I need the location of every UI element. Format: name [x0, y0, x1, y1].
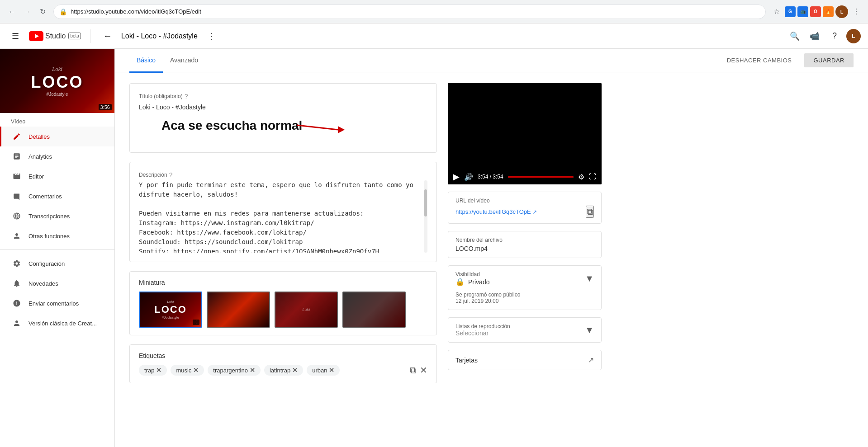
tag-trapargentino-remove[interactable]: ✕ [250, 367, 255, 374]
editor-icon [12, 172, 21, 180]
enviar-comentarios-label: Enviar comentarios [28, 300, 79, 307]
left-column: Título (obligatorio) ? Aca se escucha no… [129, 83, 437, 383]
thumbnail-4[interactable] [342, 292, 406, 328]
tag-latintrap: latintrap ✕ [264, 365, 303, 376]
tabs-container: Básico Avanzado [129, 49, 205, 72]
tags-header: Etiquetas [139, 352, 427, 359]
video-controls: ▶ 🔊 3:54 / 3:54 ⚙ ⛶ [448, 169, 602, 184]
youtube-icon [29, 31, 43, 41]
vis-note: Se programó como público12 jul. 2019 20:… [448, 292, 601, 310]
tags-copy-button[interactable]: ⧉ [410, 365, 416, 376]
sidebar-item-configuracion[interactable]: Configuración [0, 254, 114, 273]
sidebar-item-detalles[interactable]: Detalles [0, 127, 114, 146]
tag-urban-remove[interactable]: ✕ [329, 367, 334, 374]
tags-clear-button[interactable]: ✕ [420, 365, 427, 376]
visibility-section: Visibilidad 🔒 Privado ▼ Se programó como… [448, 265, 602, 310]
sidebar: Lokí LOCO #Jodastyle 3:56 Vídeo Detalles [0, 49, 115, 447]
svg-line-2 [297, 125, 338, 130]
studio-label: Studio [45, 32, 66, 40]
help-button[interactable]: ? [826, 28, 843, 44]
annotation-arrow [293, 116, 347, 141]
vis-lock-icon: 🔒 [455, 278, 465, 286]
tags-section: Etiquetas trap ✕ music ✕ [129, 344, 437, 383]
detalles-icon [12, 132, 21, 141]
version-clasica-label: Versión clásica de Creat... [28, 320, 97, 327]
thumbnail-3[interactable]: Lokí [275, 292, 338, 328]
progress-fill [508, 176, 574, 178]
analytics-label: Analytics [28, 153, 52, 160]
sidebar-item-analytics[interactable]: Analytics [0, 146, 114, 166]
title-help-icon[interactable]: ? [185, 93, 188, 100]
configuracion-label: Configuración [28, 260, 65, 267]
progress-bar[interactable] [508, 176, 574, 178]
thumbnail-1[interactable]: Lokí LOCO #Jodastyle ⋮ [139, 292, 202, 328]
sidebar-section-video: Vídeo [0, 113, 114, 127]
forward-button[interactable]: → [21, 5, 33, 18]
tags-label: Etiquetas [139, 352, 165, 359]
desc-help-icon[interactable]: ? [169, 171, 173, 179]
nav-buttons: ← → ↻ [5, 5, 49, 18]
novedades-icon [12, 279, 21, 287]
thumbnail-2[interactable] [207, 292, 270, 328]
tag-trap: trap ✕ [139, 365, 167, 376]
settings-button[interactable]: ⚙ [578, 173, 584, 181]
search-button[interactable]: 🔍 [787, 28, 803, 44]
copy-url-button[interactable]: ⧉ [586, 206, 594, 218]
tarjetas-ext-button[interactable]: ↗ [588, 356, 594, 364]
reload-button[interactable]: ↻ [36, 5, 49, 18]
more-options-button[interactable]: ⋮ [203, 28, 219, 44]
bookmark-button[interactable]: ☆ [770, 5, 783, 18]
save-button[interactable]: GUARDAR [804, 53, 854, 67]
sidebar-item-novedades[interactable]: Novedades [0, 273, 114, 293]
content-header: Básico Avanzado DESHACER CAMBIOS GUARDAR [115, 49, 868, 72]
sidebar-item-transcripciones[interactable]: Transcripciones [0, 206, 114, 226]
camera-button[interactable]: 📹 [806, 28, 823, 44]
description-scrollbar[interactable] [424, 180, 427, 253]
tarjetas-section: Tarjetas ↗ [448, 350, 602, 370]
otras-funciones-label: Otras funciones [28, 233, 70, 240]
main-area: Lokí LOCO #Jodastyle 3:56 Vídeo Detalles [0, 49, 868, 447]
vis-dropdown-button[interactable]: ▼ [585, 273, 594, 284]
undo-button[interactable]: DESHACER CAMBIOS [721, 53, 797, 67]
address-bar[interactable]: 🔒 https://studio.youtube.com/video/itlGq… [53, 5, 766, 19]
thumbnail-title: Miniatura [139, 279, 427, 286]
tag-latintrap-remove[interactable]: ✕ [292, 367, 298, 374]
sidebar-item-otras-funciones[interactable]: Otras funciones [0, 226, 114, 246]
comentarios-label: Comentarios [28, 193, 62, 200]
description-input[interactable]: Y por fin pude terminar este tema, esper… [139, 180, 427, 253]
tag-trap-remove[interactable]: ✕ [156, 367, 161, 374]
browser-menu-button[interactable]: ⋮ [850, 5, 863, 18]
fullscreen-button[interactable]: ⛶ [589, 173, 596, 181]
vis-value-row: 🔒 Privado [455, 278, 489, 286]
tab-avanzado[interactable]: Avanzado [163, 49, 205, 73]
video-url-section: URL del vídeo https://youtu.be/itlGq3cTO… [448, 192, 602, 224]
sidebar-item-comentarios[interactable]: Comentarios [0, 186, 114, 206]
browser-avatar[interactable]: L [835, 5, 848, 18]
content-area: Básico Avanzado DESHACER CAMBIOS GUARDAR [115, 49, 868, 447]
description-label: Descripción ? [139, 171, 427, 179]
sidebar-thumbnail: Lokí LOCO #Jodastyle 3:56 [0, 49, 114, 113]
sidebar-item-version-clasica[interactable]: Versión clásica de Creat... [0, 313, 114, 333]
app: ☰ Studio beta ← Loki - Loco - #Jodastyle… [0, 24, 868, 447]
sidebar-item-editor[interactable]: Editor [0, 166, 114, 186]
tab-basico[interactable]: Básico [129, 49, 163, 73]
title-input[interactable] [139, 102, 427, 113]
svg-marker-3 [338, 126, 345, 133]
configuracion-icon [12, 259, 21, 268]
transcripciones-label: Transcripciones [28, 213, 70, 220]
header-right: 🔍 📹 ? L [787, 28, 861, 44]
hamburger-button[interactable]: ☰ [7, 28, 24, 44]
url-link[interactable]: https://youtu.be/itlGq3cTOpE ↗ [455, 208, 537, 215]
tarjetas-label: Tarjetas [455, 357, 478, 364]
play-button[interactable]: ▶ [453, 172, 460, 182]
user-avatar[interactable]: L [846, 29, 861, 43]
tag-music-remove[interactable]: ✕ [193, 367, 199, 374]
sidebar-item-enviar-comentarios[interactable]: Enviar comentarios [0, 293, 114, 313]
playlist-left: Listas de reproducción Seleccionar [455, 323, 510, 337]
back-button[interactable]: ← [5, 5, 18, 18]
playlist-section: Listas de reproducción Seleccionar ▼ [448, 317, 602, 343]
enviar-comentarios-icon [12, 299, 21, 307]
playlist-dropdown-button[interactable]: ▼ [585, 325, 594, 335]
volume-button[interactable]: 🔊 [464, 173, 473, 181]
video-back-button[interactable]: ← [100, 28, 116, 44]
